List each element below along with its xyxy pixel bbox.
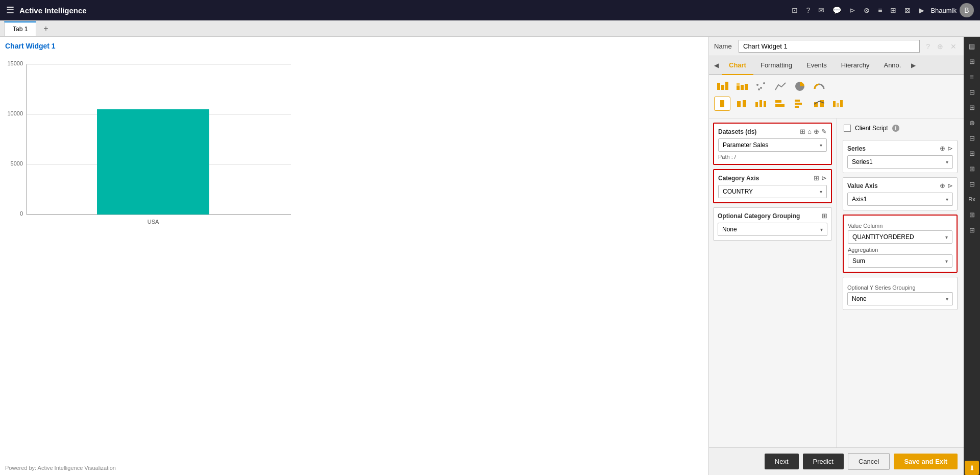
cancel-button[interactable]: Cancel — [848, 453, 890, 470]
optional-y-dropdown[interactable]: None ▾ — [847, 292, 953, 305]
sidebar-icon-9[interactable]: ⊞ — [965, 161, 979, 176]
tab-formatting[interactable]: Formatting — [753, 56, 799, 75]
category-axis-dropdown[interactable]: COUNTRY ▾ — [718, 185, 827, 198]
chart-subtype-horiz[interactable] — [772, 97, 789, 111]
svg-rect-30 — [795, 100, 800, 102]
value-column-chevron-icon: ▾ — [945, 234, 948, 240]
svg-point-19 — [760, 87, 762, 89]
svg-rect-11 — [717, 83, 720, 90]
sidebar-icon-4[interactable]: ⊟ — [965, 85, 979, 99]
sidebar-icon-12[interactable]: ⊞ — [965, 223, 979, 237]
chart-type-bar[interactable] — [714, 79, 730, 93]
client-script-label: Client Script — [855, 125, 888, 132]
grid-icon[interactable]: ⊞ — [888, 5, 898, 15]
menu-icon[interactable]: ☰ — [6, 5, 14, 16]
datasets-edit-icon[interactable]: ✎ — [821, 128, 827, 135]
svg-text:10000: 10000 — [7, 110, 23, 116]
chart-bar-usa — [97, 109, 209, 215]
svg-text:5000: 5000 — [11, 160, 23, 167]
datasets-settings-icon[interactable]: ⊞ — [800, 128, 805, 135]
panel-header-icons: ? ⊕ ✕ — [924, 41, 959, 52]
sidebar-icon-11[interactable]: ⊞ — [965, 207, 979, 222]
sidebar-icon-download[interactable]: ⬇ — [965, 461, 979, 475]
series-link-icon[interactable]: ⊳ — [947, 145, 953, 152]
help-icon[interactable]: ? — [804, 5, 812, 15]
svg-rect-23 — [737, 101, 741, 107]
sidebar-icon-10[interactable]: ⊟ — [965, 177, 979, 191]
chart-type-stacked[interactable] — [733, 79, 750, 93]
tab-events[interactable]: Events — [799, 56, 834, 75]
chart-subtype-3bar[interactable] — [753, 97, 769, 111]
chart-subtype-single[interactable] — [714, 97, 730, 111]
svg-rect-15 — [737, 83, 740, 86]
datasets-add-icon[interactable]: ⊕ — [814, 128, 819, 135]
svg-rect-16 — [741, 85, 744, 90]
optional-category-dropdown[interactable]: None ▾ — [718, 223, 827, 236]
table-icon[interactable]: ≡ — [876, 5, 884, 15]
widget-name-input[interactable] — [739, 40, 920, 53]
user-name: Bhaumik — [930, 7, 957, 14]
svg-point-20 — [763, 82, 765, 84]
sidebar-icon-7[interactable]: ⊟ — [965, 131, 979, 145]
comment-icon[interactable]: 💬 — [830, 5, 843, 15]
sidebar-icon-2[interactable]: ⊞ — [965, 54, 979, 68]
next-button[interactable]: Next — [765, 454, 799, 469]
filter2-icon[interactable]: ⊗ — [862, 5, 872, 15]
predict-button[interactable]: Predict — [803, 454, 844, 469]
chart-type-scatter[interactable] — [753, 79, 769, 93]
svg-rect-26 — [760, 100, 762, 107]
panel-close-icon[interactable]: ✕ — [948, 41, 959, 52]
datasets-dropdown[interactable]: Parameter Sales ▾ — [718, 138, 827, 152]
app-title: Active Intelligence — [19, 6, 87, 15]
value-axis-link-icon[interactable]: ⊳ — [947, 182, 953, 189]
tabs-prev-button[interactable]: ◀ — [711, 58, 722, 73]
aggregation-dropdown[interactable]: Sum ▾ — [848, 254, 952, 268]
client-script-info-icon[interactable]: i — [892, 125, 899, 132]
series-section: Series ⊕ ⊳ Series1 ▾ — [843, 140, 958, 173]
series-add-icon[interactable]: ⊕ — [940, 145, 945, 152]
chart-type-pie[interactable] — [792, 79, 808, 93]
filter-icon[interactable]: ⊳ — [847, 5, 857, 15]
play-icon[interactable]: ▶ — [917, 5, 926, 15]
panel-expand-icon[interactable]: ⊕ — [935, 41, 945, 52]
save-exit-button[interactable]: Save and Exit — [894, 454, 958, 469]
datasets-header: Datasets (ds) ⊞ ⌂ ⊕ ✎ — [718, 128, 827, 135]
tab-hierarchy[interactable]: Hierarchy — [834, 56, 877, 75]
tabs-next-button[interactable]: ▶ — [908, 58, 919, 73]
sidebar-icon-5[interactable]: ⊞ — [965, 100, 979, 114]
tab-chart[interactable]: Chart — [722, 56, 753, 75]
sidebar-icon-rx[interactable]: Rx — [965, 192, 979, 206]
sidebar-icon-1[interactable]: ▤ — [965, 39, 979, 53]
chart-subtype-2bar[interactable] — [733, 97, 750, 111]
value-axis-add-icon[interactable]: ⊕ — [940, 182, 945, 189]
value-column-dropdown[interactable]: QUANTITYORDERED ▾ — [848, 230, 952, 244]
series-chevron-icon: ▾ — [946, 159, 948, 165]
user-menu[interactable]: Bhaumik B — [930, 3, 974, 17]
optional-category-title: Optional Category Grouping — [718, 212, 800, 220]
client-script-checkbox[interactable] — [844, 125, 851, 132]
tab-add-button[interactable]: + — [38, 22, 53, 35]
email-icon[interactable]: ✉ — [816, 5, 826, 15]
chart-subtype-horiz2[interactable] — [792, 97, 808, 111]
value-axis-dropdown[interactable]: Axis1 ▾ — [847, 193, 953, 206]
chart-subtype-waterfall[interactable] — [830, 97, 847, 111]
svg-text:0: 0 — [20, 210, 23, 217]
export-icon[interactable]: ⊠ — [902, 5, 913, 15]
optional-y-chevron-icon: ▾ — [946, 296, 948, 302]
optional-settings-icon[interactable]: ⊞ — [822, 212, 827, 220]
category-settings-icon[interactable]: ⊞ — [814, 174, 819, 182]
series-dropdown[interactable]: Series1 ▾ — [847, 155, 953, 169]
panel-help-icon[interactable]: ? — [924, 41, 932, 52]
save-icon[interactable]: ⊡ — [790, 5, 800, 15]
sidebar-icon-8[interactable]: ⊞ — [965, 146, 979, 160]
sidebar-icon-6[interactable]: ⊕ — [965, 115, 979, 130]
tab-annotations[interactable]: Anno. — [876, 56, 908, 75]
category-link-icon[interactable]: ⊳ — [821, 174, 827, 182]
chart-type-line[interactable] — [772, 79, 789, 93]
svg-rect-35 — [833, 101, 836, 107]
tab-1[interactable]: Tab 1 — [4, 21, 36, 36]
chart-subtype-combo[interactable] — [811, 97, 827, 111]
sidebar-icon-3[interactable]: ≡ — [965, 69, 979, 84]
chart-type-gauge[interactable] — [811, 79, 827, 93]
datasets-home-icon[interactable]: ⌂ — [807, 128, 812, 135]
